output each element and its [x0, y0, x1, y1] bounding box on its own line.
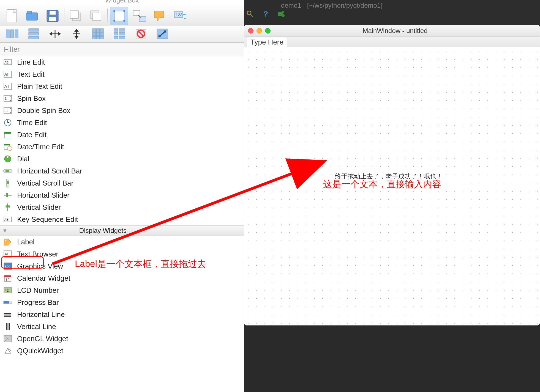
svg-rect-43 — [96, 36, 100, 39]
svg-rect-49 — [114, 36, 118, 39]
widget-item-vslider[interactable]: Vertical Slider — [0, 201, 244, 213]
svg-point-15 — [123, 20, 125, 22]
svg-text:12: 12 — [6, 278, 9, 282]
svg-text:I: I — [8, 84, 9, 89]
widget-label: Horizontal Scroll Bar — [17, 167, 82, 175]
filter-placeholder: Filter — [4, 45, 20, 53]
disclosure-triangle-icon: ▼ — [2, 228, 8, 234]
widget-box-title: Widget Box — [0, 0, 244, 5]
widget-label: Date/Time Edit — [17, 143, 64, 151]
svg-rect-48 — [119, 32, 125, 35]
svg-text:I: I — [7, 72, 8, 76]
svg-rect-46 — [119, 29, 125, 31]
widget-label: Label — [17, 238, 35, 246]
svg-text:I: I — [7, 252, 8, 256]
spinbox-icon: 1 — [3, 94, 12, 103]
annotation-right: 这是一个文本，直接输入内容 — [323, 178, 441, 191]
vsplit-layout-button[interactable] — [68, 27, 85, 41]
save-button[interactable] — [43, 7, 62, 25]
settings-icon[interactable] — [246, 10, 254, 19]
widget-label: Key Sequence Edit — [17, 215, 78, 224]
type-here-menuitem[interactable]: Type Here — [247, 37, 287, 47]
edit-widgets-button[interactable] — [110, 7, 128, 25]
widget-item-doublespinbox[interactable]: 1.2Double Spin Box — [0, 104, 244, 117]
send-to-back-button[interactable] — [67, 7, 85, 25]
svg-rect-10 — [93, 13, 101, 21]
widget-item-textedit[interactable]: AIText Edit — [0, 68, 244, 80]
widget-item-calendar[interactable]: 12Calendar Widget — [0, 272, 244, 284]
svg-rect-39 — [92, 32, 96, 36]
widget-item-plaintextedit[interactable]: AIPlain Text Edit — [0, 80, 244, 92]
break-layout-button[interactable] — [133, 27, 149, 41]
svg-rect-44 — [100, 36, 103, 39]
widget-label: Plain Text Edit — [17, 82, 62, 91]
svg-rect-22 — [6, 30, 9, 38]
open-file-button[interactable] — [23, 7, 41, 25]
widget-item-keyseqedit[interactable]: ABIKey Sequence Edit — [0, 213, 244, 225]
widget-label: Progress Bar — [17, 298, 59, 307]
widget-label: Graphics View — [17, 262, 63, 270]
run-icon[interactable] — [277, 10, 285, 19]
widget-item-progressbar[interactable]: Progress Bar — [0, 296, 244, 308]
widget-label: Vertical Line — [17, 322, 56, 331]
widget-label: Time Edit — [17, 118, 47, 127]
ide-bottom-panel — [244, 325, 540, 392]
edit-signals-button[interactable] — [130, 7, 149, 25]
widget-label: Date Edit — [17, 131, 47, 139]
svg-marker-30 — [58, 32, 61, 36]
hbox-layout-button[interactable] — [4, 27, 20, 41]
widget-item-timeedit[interactable]: Time Edit — [0, 117, 244, 129]
widget-item-spinbox[interactable]: 1Spin Box — [0, 92, 244, 104]
widget-item-hline[interactable]: Horizontal Line — [0, 308, 244, 321]
svg-point-83 — [7, 156, 9, 158]
svg-rect-87 — [7, 181, 9, 184]
calendar-icon: 12 — [3, 274, 12, 283]
designer-window: MainWindow - untitled Type Here 终于拖动上去了，… — [244, 25, 540, 325]
svg-text:A: A — [4, 252, 7, 256]
svg-rect-91 — [6, 206, 10, 207]
widget-label: Double Spin Box — [17, 106, 70, 115]
svg-text:42: 42 — [5, 288, 9, 292]
filter-input[interactable]: Filter — [0, 43, 244, 56]
grid-layout-button[interactable] — [90, 27, 106, 41]
designer-menubar[interactable]: Type Here — [244, 37, 540, 47]
widget-item-vline[interactable]: Vertical Line — [0, 321, 244, 333]
form-layout-button[interactable] — [111, 27, 128, 41]
widget-item-hscrollbar[interactable]: Horizontal Scroll Bar — [0, 165, 244, 177]
widget-list[interactable]: ABILine Edit AIText Edit AIPlain Text Ed… — [0, 56, 244, 392]
designer-titlebar[interactable]: MainWindow - untitled — [244, 25, 540, 37]
adjust-size-button[interactable] — [154, 27, 171, 41]
widget-item-opengl[interactable]: OpenGL Widget — [0, 333, 244, 345]
svg-rect-89 — [6, 193, 8, 197]
svg-point-95 — [5, 240, 6, 241]
graphicsview-icon: abc — [3, 262, 12, 270]
widget-item-hslider[interactable]: Horizontal Slider — [0, 189, 244, 201]
widget-item-lcd[interactable]: 42LCD Number — [0, 284, 244, 296]
widget-item-dial[interactable]: Dial — [0, 153, 244, 165]
widget-item-label[interactable]: Label — [0, 236, 244, 248]
svg-rect-102 — [4, 275, 11, 277]
edit-taborder-button[interactable]: 123 — [171, 7, 189, 25]
window-close-button[interactable] — [248, 28, 253, 34]
help-icon[interactable]: ? — [262, 10, 269, 19]
hsplit-layout-button[interactable] — [47, 27, 63, 41]
widget-box-panel: Widget Box 123 Filter ABILine Edit AITex… — [0, 0, 244, 392]
widget-label: Vertical Scroll Bar — [17, 179, 73, 187]
svg-rect-11 — [114, 11, 124, 21]
widget-label: LCD Number — [17, 286, 59, 295]
widget-item-vscrollbar[interactable]: Vertical Scroll Bar — [0, 177, 244, 189]
svg-rect-42 — [92, 36, 96, 39]
widget-item-qquick[interactable]: QQuickWidget — [0, 345, 244, 357]
edit-buddies-button[interactable] — [151, 7, 169, 25]
dateedit-icon — [3, 130, 12, 139]
svg-text:ABI: ABI — [4, 61, 9, 64]
vbox-layout-button[interactable] — [25, 27, 42, 41]
widget-item-dateedit[interactable]: Date Edit — [0, 129, 244, 141]
svg-rect-3 — [27, 11, 32, 14]
bring-to-front-button[interactable] — [87, 7, 105, 25]
svg-rect-37 — [96, 29, 100, 32]
widget-item-lineedit[interactable]: ABILine Edit — [0, 56, 244, 68]
section-display-widgets[interactable]: ▼ Display Widgets — [0, 225, 244, 236]
widget-item-datetimeedit[interactable]: Date/Time Edit — [0, 141, 244, 153]
new-file-button[interactable] — [3, 7, 21, 25]
